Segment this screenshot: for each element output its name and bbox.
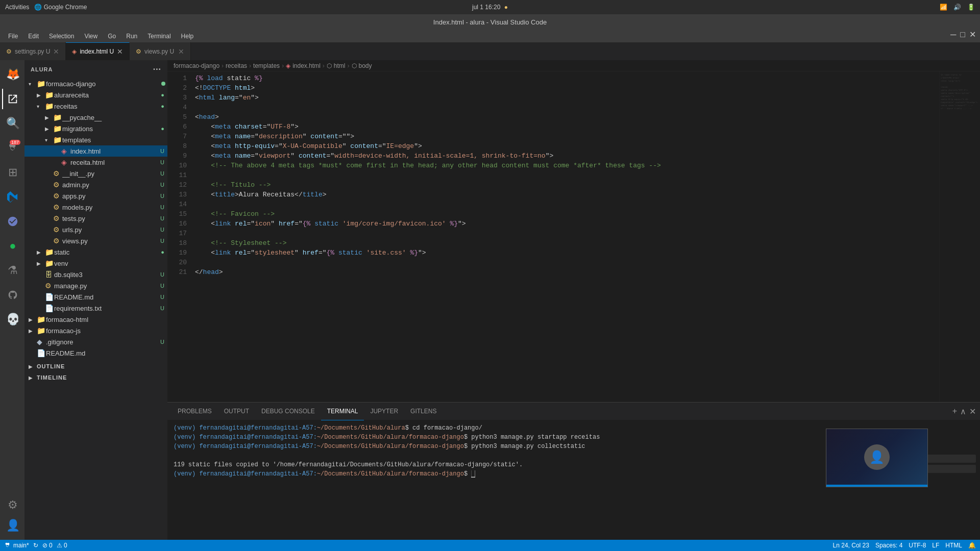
terminal-line-3: (venv) fernandagitai@fernandagitai-A57:~… — [174, 442, 862, 451]
terminal-content[interactable]: (venv) fernandagitai@fernandagitai-A57:~… — [167, 420, 868, 540]
status-u: U — [160, 215, 164, 221]
status-spaces[interactable]: Spaces: 4 — [875, 542, 902, 549]
panel: PROBLEMS OUTPUT DEBUG CONSOLE TERMINAL J… — [167, 402, 980, 540]
activity-skull[interactable]: 💀 — [2, 309, 22, 330]
status-sync[interactable]: ↻ — [33, 542, 38, 549]
activity-spotify[interactable]: ● — [2, 236, 22, 256]
status-notification-icon[interactable]: 🔔 — [968, 542, 976, 549]
tree-pycache[interactable]: ▶ 📁 __pycache__ — [24, 112, 167, 123]
status-ln-col[interactable]: Ln 24, Col 23 — [833, 542, 869, 549]
tab-settings-close[interactable]: ✕ — [53, 47, 59, 56]
activity-settings[interactable]: ⚙ — [2, 495, 22, 515]
activity-flask[interactable]: ⚗ — [2, 260, 22, 281]
activity-vscode[interactable] — [2, 187, 22, 207]
tab-views-close[interactable]: ✕ — [178, 47, 184, 56]
tab-settings-py[interactable]: ⚙ settings.py U ✕ — [0, 42, 66, 60]
status-errors[interactable]: ⊘ 0 — [42, 542, 53, 549]
bc-formacao[interactable]: formacao-django — [174, 62, 219, 69]
menu-selection[interactable]: Selection — [45, 32, 78, 41]
tree-gitignore[interactable]: ◆ .gitignore U — [24, 336, 167, 347]
item-label: receita.html — [70, 159, 160, 166]
bc-html[interactable]: html — [334, 62, 346, 69]
activity-search[interactable]: 🔍 — [2, 113, 22, 134]
status-branch-icon[interactable]: main* — [4, 542, 29, 549]
activities-label[interactable]: Activities — [5, 4, 29, 11]
tree-receitas[interactable]: ▾ 📁 receitas ● — [24, 101, 167, 112]
tree-requirements[interactable]: 📄 requirements.txt U — [24, 303, 167, 314]
item-label: venv — [54, 260, 167, 267]
tab-views-py[interactable]: ⚙ views.py U ✕ — [130, 42, 191, 60]
activity-account[interactable]: 👤 — [2, 515, 22, 536]
panel-add-icon[interactable]: + — [952, 407, 957, 416]
tree-index-html[interactable]: ◈ index.html U — [24, 145, 167, 157]
status-encoding[interactable]: UTF-8 — [909, 542, 926, 549]
tree-tests-py[interactable]: ⚙ tests.py U — [24, 213, 167, 224]
tree-manage-py[interactable]: ⚙ manage.py U — [24, 280, 167, 291]
menu-edit[interactable]: Edit — [24, 32, 43, 41]
item-label: alurareceita — [54, 91, 161, 99]
code-editor[interactable]: 12345 678910 1112131415 1617181920 21 {%… — [167, 71, 980, 402]
menu-run[interactable]: Run — [122, 32, 141, 41]
tree-migrations[interactable]: ▶ 📁 migrations ● — [24, 123, 167, 134]
tree-readme-root[interactable]: 📄 README.md — [24, 347, 167, 359]
tree-init-py[interactable]: ⚙ __init__.py U — [24, 168, 167, 179]
bc-body[interactable]: body — [359, 62, 372, 69]
tree-receita-html[interactable]: ◈ receita.html U — [24, 157, 167, 168]
status-u: U — [160, 305, 164, 311]
bc-templates[interactable]: templates — [253, 62, 280, 69]
panel-chevron-icon[interactable]: ∧ — [960, 407, 966, 416]
panel-tab-output[interactable]: OUTPUT — [218, 403, 255, 420]
activity-extensions[interactable]: ⊞ — [2, 162, 22, 183]
menu-file[interactable]: File — [4, 32, 22, 41]
status-line-ending[interactable]: LF — [932, 542, 939, 549]
file-icon: ⚙ — [53, 192, 62, 200]
code-lines[interactable]: {% load static %} <!DOCTYPE html> <html … — [193, 71, 939, 402]
menu-terminal[interactable]: Terminal — [143, 32, 175, 41]
tree-formacao-js[interactable]: ▶ 📁 formacao-js — [24, 325, 167, 336]
file-icon: ⚙ — [53, 181, 62, 189]
status-u: U — [160, 238, 164, 244]
activity-source-control[interactable]: 187 — [2, 138, 22, 158]
menu-go[interactable]: Go — [104, 32, 120, 41]
panel-tab-problems[interactable]: PROBLEMS — [172, 403, 218, 420]
tree-models-py[interactable]: ⚙ models.py U — [24, 202, 167, 213]
status-u: U — [160, 204, 164, 210]
panel-close-icon[interactable]: ✕ — [969, 407, 976, 416]
tree-readme-receitas[interactable]: 📄 README.md U — [24, 291, 167, 303]
tab-index-html[interactable]: ◈ index.html U ✕ — [66, 42, 130, 60]
minimize-button[interactable]: ─ — [950, 30, 956, 39]
tab-index-close[interactable]: ✕ — [117, 47, 123, 56]
tree-templates[interactable]: ▾ 📁 templates — [24, 134, 167, 145]
timeline-section[interactable]: ▶ TIMELINE — [24, 372, 167, 383]
menu-view[interactable]: View — [80, 32, 102, 41]
tree-apps-py[interactable]: ⚙ apps.py U — [24, 190, 167, 202]
panel-tab-terminal[interactable]: TERMINAL — [321, 403, 364, 420]
activity-github[interactable] — [2, 285, 22, 305]
status-language[interactable]: HTML — [945, 542, 962, 549]
tab-views-label: views.py U — [144, 48, 174, 55]
outline-section[interactable]: ▶ OUTLINE — [24, 361, 167, 372]
activity-firefox[interactable]: 🦊 — [2, 64, 22, 85]
menu-help[interactable]: Help — [177, 32, 198, 41]
tree-admin-py[interactable]: ⚙ admin.py U — [24, 179, 167, 190]
folder-icon: 📁 — [53, 124, 62, 133]
bc-index-html[interactable]: index.html — [292, 62, 321, 69]
status-warnings[interactable]: ⚠ 0 — [57, 542, 67, 549]
tree-urls-py[interactable]: ⚙ urls.py U — [24, 224, 167, 235]
sidebar-menu-icon[interactable]: ⋯ — [153, 64, 161, 74]
panel-tab-jupyter[interactable]: JUPYTER — [364, 403, 404, 420]
tree-formacao-django[interactable]: ▾ 📁 formacao-django — [24, 78, 167, 89]
activity-teams[interactable] — [2, 211, 22, 232]
tree-formacao-html[interactable]: ▶ 📁 formacao-html — [24, 314, 167, 325]
tree-static[interactable]: ▶ 📁 static ● — [24, 246, 167, 258]
activity-explorer[interactable] — [2, 89, 22, 109]
tree-venv[interactable]: ▶ 📁 venv — [24, 258, 167, 269]
close-button[interactable]: ✕ — [969, 30, 976, 39]
panel-tab-debug[interactable]: DEBUG CONSOLE — [255, 403, 321, 420]
tree-alurareceita[interactable]: ▶ 📁 alurareceita ● — [24, 89, 167, 101]
maximize-button[interactable]: □ — [960, 30, 965, 39]
bc-receitas[interactable]: receitas — [226, 62, 247, 69]
tree-db-sqlite[interactable]: 🗄 db.sqlite3 U — [24, 269, 167, 280]
panel-tab-gitlens[interactable]: GITLENS — [404, 403, 443, 420]
tree-views-py[interactable]: ⚙ views.py U — [24, 235, 167, 246]
